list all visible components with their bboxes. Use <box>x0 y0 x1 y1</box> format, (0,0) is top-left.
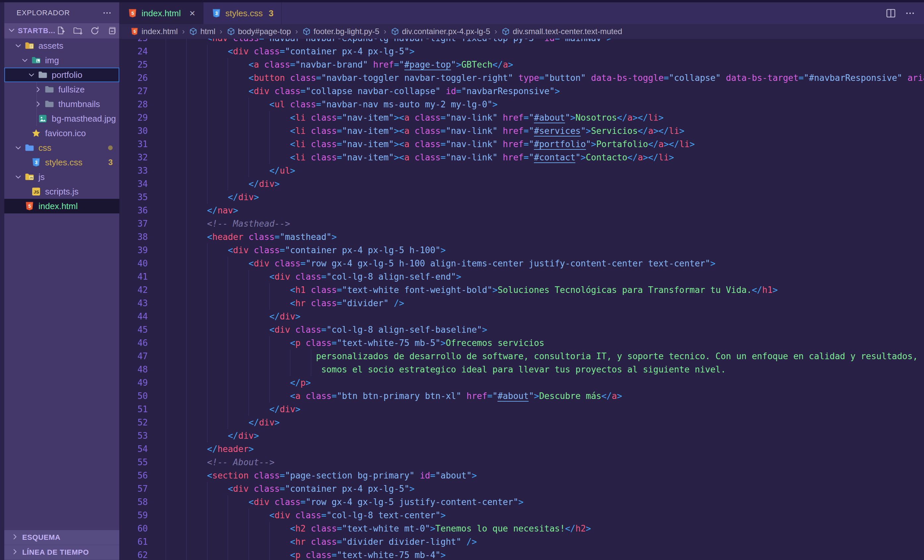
code-line-54[interactable]: 54</header> <box>120 442 924 456</box>
line-number[interactable]: 47 <box>120 350 148 363</box>
breadcrumb-item[interactable]: div.small.text-center.text-muted <box>501 27 622 36</box>
line-number[interactable]: 51 <box>120 403 148 416</box>
line-number[interactable]: 37 <box>120 217 148 230</box>
breadcrumb-item[interactable]: body#page-top <box>227 27 291 36</box>
line-number[interactable]: 34 <box>120 177 148 190</box>
line-number[interactable]: 23 <box>120 39 148 45</box>
tree-item-scripts-js[interactable]: JSscripts.js <box>4 184 119 199</box>
tree-item-thumbnails[interactable]: thumbnails <box>4 97 119 111</box>
line-number[interactable]: 45 <box>120 323 148 336</box>
tree-item-portfolio[interactable]: portfolio <box>4 67 119 82</box>
chevron-right-icon[interactable] <box>33 100 44 108</box>
code-line-60[interactable]: 60<h2 class="text-white mt-0">Tenemos lo… <box>120 522 924 535</box>
code-line-36[interactable]: 36</nav> <box>120 204 924 217</box>
code-line-56[interactable]: 56<section class="page-section bg-primar… <box>120 469 924 482</box>
tree-item-bg-masthead-jpg[interactable]: bg-masthead.jpg <box>4 111 119 126</box>
code-line-35[interactable]: 35</div> <box>120 190 924 204</box>
chevron-down-icon[interactable] <box>13 173 24 181</box>
chevron-right-icon[interactable] <box>33 85 44 93</box>
split-editor-icon[interactable] <box>885 8 896 19</box>
line-number[interactable]: 53 <box>120 429 148 442</box>
code-line-40[interactable]: 40<div class="row gx-4 gx-lg-5 h-100 ali… <box>120 257 924 270</box>
line-number[interactable]: 59 <box>120 509 148 522</box>
chevron-down-icon[interactable] <box>19 56 30 64</box>
code-line-26[interactable]: 26<button class="navbar-toggler navbar-t… <box>120 71 924 84</box>
code-line-24[interactable]: 24<div class="container px-4 px-lg-5"> <box>120 45 924 58</box>
line-number[interactable]: 56 <box>120 469 148 482</box>
line-number[interactable]: 28 <box>120 98 148 111</box>
line-number[interactable]: 24 <box>120 45 148 58</box>
line-number[interactable]: 36 <box>120 204 148 217</box>
more-actions-icon[interactable] <box>905 8 915 19</box>
line-number[interactable]: 27 <box>120 84 148 98</box>
line-number[interactable]: 25 <box>120 58 148 71</box>
tree-item-assets[interactable]: assets <box>4 39 119 53</box>
new-folder-icon[interactable] <box>72 25 84 36</box>
breadcrumb-item[interactable]: div.container.px-4.px-lg-5 <box>391 27 490 36</box>
code-line-31[interactable]: 31<li class="nav-item"><a class="nav-lin… <box>120 138 924 151</box>
line-number[interactable]: 48 <box>120 363 148 376</box>
line-number[interactable]: 32 <box>120 151 148 164</box>
more-actions-icon[interactable] <box>102 8 112 18</box>
code-line-52[interactable]: 52</div> <box>120 416 924 429</box>
chevron-down-icon[interactable] <box>13 144 24 152</box>
line-number[interactable]: 50 <box>120 389 148 403</box>
code-line-59[interactable]: 59<div class="col-lg-8 text-center"> <box>120 509 924 522</box>
line-number[interactable]: 40 <box>120 257 148 270</box>
line-number[interactable]: 38 <box>120 230 148 244</box>
line-number[interactable]: 43 <box>120 296 148 310</box>
line-number[interactable]: 44 <box>120 310 148 323</box>
code-line-23[interactable]: 23<nav class="navbar navbar-expand-lg na… <box>120 39 924 45</box>
refresh-icon[interactable] <box>89 25 100 36</box>
line-number[interactable]: 62 <box>120 548 148 560</box>
line-number[interactable]: 58 <box>120 496 148 509</box>
line-number[interactable]: 35 <box>120 190 148 204</box>
tree-item-js[interactable]: JSjs <box>4 170 119 184</box>
code-line-45[interactable]: 45<div class="col-lg-8 align-self-baseli… <box>120 323 924 336</box>
code-line-49[interactable]: 49</p> <box>120 376 924 389</box>
line-number[interactable]: 26 <box>120 71 148 84</box>
code-line-47[interactable]: 47personalizados de desarrollo de softwa… <box>120 350 924 363</box>
line-number[interactable]: 60 <box>120 522 148 535</box>
line-number[interactable]: 33 <box>120 164 148 177</box>
chevron-down-icon[interactable] <box>13 42 24 50</box>
tree-item-styles-css[interactable]: 3styles.css3 <box>4 155 119 170</box>
line-number[interactable]: 41 <box>120 270 148 283</box>
line-number[interactable]: 39 <box>120 244 148 257</box>
code-line-51[interactable]: 51</div> <box>120 403 924 416</box>
code-line-32[interactable]: 32<li class="nav-item"><a class="nav-lin… <box>120 151 924 164</box>
code-line-27[interactable]: 27<div class="collapse navbar-collapse" … <box>120 84 924 98</box>
tree-item-fullsize[interactable]: fullsize <box>4 82 119 97</box>
code-line-48[interactable]: 48somos el socio estrategico ideal para … <box>120 363 924 376</box>
line-number[interactable]: 49 <box>120 376 148 389</box>
tree-item-css[interactable]: css <box>4 141 119 155</box>
close-icon[interactable]: × <box>190 8 195 18</box>
code-line-34[interactable]: 34</div> <box>120 177 924 190</box>
code-editor[interactable]: 23<nav class="navbar navbar-expand-lg na… <box>120 39 924 560</box>
code-line-38[interactable]: 38<header class="masthead"> <box>120 230 924 244</box>
code-line-46[interactable]: 46<p class="text-white-75 mb-5">Ofrecemo… <box>120 336 924 350</box>
breadcrumb-item[interactable]: footer.bg-light.py-5 <box>302 27 380 36</box>
line-number[interactable]: 46 <box>120 336 148 350</box>
code-line-43[interactable]: 43<hr class="divider" /> <box>120 296 924 310</box>
breadcrumb-item[interactable]: 5index.html <box>130 27 178 36</box>
code-line-42[interactable]: 42<h1 class="text-white font-weight-bold… <box>120 283 924 296</box>
tree-item-index-html[interactable]: 5index.html <box>4 199 119 213</box>
code-line-41[interactable]: 41<div class="col-lg-8 align-self-end"> <box>120 270 924 283</box>
code-line-53[interactable]: 53</div> <box>120 429 924 442</box>
line-number[interactable]: 42 <box>120 283 148 296</box>
code-line-39[interactable]: 39<div class="container px-4 px-lg-5 h-1… <box>120 244 924 257</box>
code-line-61[interactable]: 61<hr class="divider divider-light" /> <box>120 535 924 548</box>
code-line-50[interactable]: 50<a class="btn btn-primary btn-xl" href… <box>120 389 924 403</box>
tree-item-favicon-ico[interactable]: favicon.ico <box>4 126 119 141</box>
line-number[interactable]: 61 <box>120 535 148 548</box>
panel-header-esquema[interactable]: ESQUEMA <box>4 530 119 545</box>
chevron-down-icon[interactable] <box>26 71 37 79</box>
collapse-all-icon[interactable] <box>106 25 117 36</box>
code-line-25[interactable]: 25<a class="navbar-brand" href="#page-to… <box>120 58 924 71</box>
line-number[interactable]: 30 <box>120 124 148 138</box>
line-number[interactable]: 52 <box>120 416 148 429</box>
code-line-57[interactable]: 57<div class="container px-4 px-lg-5"> <box>120 482 924 496</box>
code-line-33[interactable]: 33</ul> <box>120 164 924 177</box>
code-line-44[interactable]: 44</div> <box>120 310 924 323</box>
